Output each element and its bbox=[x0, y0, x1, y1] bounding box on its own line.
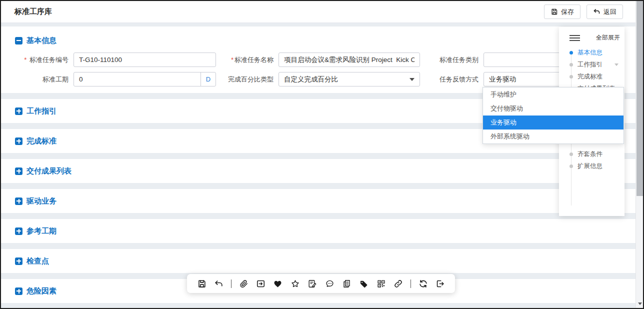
field-label: * 标准任务编号 bbox=[15, 56, 74, 64]
dropdown-option[interactable]: 手动维护 bbox=[483, 88, 624, 102]
section-label: 工作指引 bbox=[26, 106, 56, 116]
exit-icon[interactable] bbox=[436, 278, 446, 288]
expand-icon[interactable] bbox=[15, 108, 22, 115]
required-asterisk: * bbox=[24, 56, 26, 64]
scrollbar-thumb[interactable] bbox=[636, 1, 643, 196]
menu-icon[interactable] bbox=[570, 35, 580, 41]
expand-icon[interactable] bbox=[15, 288, 22, 295]
link-icon[interactable] bbox=[394, 278, 404, 288]
save-button[interactable]: 保存 bbox=[544, 4, 580, 19]
duration-unit-addon[interactable]: D bbox=[200, 72, 216, 86]
field-label: 标准任务类别 bbox=[420, 56, 484, 64]
expand-icon[interactable] bbox=[15, 138, 22, 145]
undo-icon[interactable] bbox=[214, 278, 224, 288]
star-icon[interactable] bbox=[290, 278, 300, 288]
field-label: 标准工期 bbox=[15, 75, 74, 84]
anchor-item[interactable]: 基本信息 bbox=[559, 46, 624, 58]
copy-document-icon[interactable] bbox=[342, 278, 352, 288]
expand-icon[interactable] bbox=[15, 198, 22, 205]
collapsed-section[interactable]: 交付成果列表 bbox=[1, 159, 643, 183]
toolbar-divider bbox=[231, 280, 232, 288]
expand-icon[interactable] bbox=[15, 168, 22, 175]
task-code-input[interactable] bbox=[74, 53, 216, 66]
chevron-down-icon[interactable] bbox=[614, 64, 618, 66]
anchor-item[interactable]: 扩展信息 bbox=[559, 160, 624, 172]
timeline-dot bbox=[570, 63, 573, 66]
save-button-label: 保存 bbox=[561, 8, 574, 16]
expand-icon[interactable] bbox=[15, 228, 22, 235]
note-edit-icon[interactable] bbox=[308, 278, 318, 288]
back-button[interactable]: 返回 bbox=[586, 4, 623, 19]
task-name-input[interactable] bbox=[279, 53, 420, 66]
page-title: 标准工序库 bbox=[14, 7, 544, 16]
section-label: 驱动业务 bbox=[26, 196, 56, 206]
duration-field: D bbox=[74, 72, 216, 86]
collapsed-section[interactable]: 检查点 bbox=[1, 249, 643, 273]
toolbar-divider bbox=[410, 280, 411, 288]
expand-icon[interactable] bbox=[15, 258, 22, 265]
anchor-nav-header: 全部展开 bbox=[559, 27, 624, 46]
back-button-label: 返回 bbox=[604, 8, 616, 16]
feedback-mode-dropdown: 手动维护交付物驱动业务驱动外部系统驱动 bbox=[482, 87, 624, 144]
percent-type-value: 自定义完成百分比 bbox=[284, 75, 410, 84]
dropdown-option[interactable]: 业务驱动 bbox=[483, 116, 624, 130]
percent-type-select[interactable]: 自定义完成百分比 bbox=[278, 72, 420, 86]
field-label: 完成百分比类型 bbox=[216, 75, 278, 84]
form-row: * 标准任务编号 *标准任务名称 标准任务类别 bbox=[15, 52, 643, 67]
task-code-field bbox=[74, 52, 216, 67]
duration-input[interactable] bbox=[74, 72, 200, 86]
section-basic-info-header[interactable]: 基本信息 bbox=[15, 35, 643, 46]
section-label: 参考工期 bbox=[26, 226, 56, 236]
header-buttons: 保存 返回 bbox=[544, 4, 623, 19]
save-icon[interactable] bbox=[196, 278, 206, 288]
form-row: 标准工期 D 完成百分比类型 自定义完成百分比 任务反馈方式 业务驱动 bbox=[15, 72, 643, 86]
collapse-icon[interactable] bbox=[15, 37, 22, 44]
basic-info-form: * 标准任务编号 *标准任务名称 标准任务类别 标准工期 D 完成百分比类型 自… bbox=[15, 52, 643, 86]
app-header: 标准工序库 保存 返回 bbox=[1, 1, 643, 23]
section-label: 危险因素 bbox=[26, 286, 56, 296]
dropdown-option[interactable]: 外部系统驱动 bbox=[483, 130, 624, 144]
standard-process-library-page: { "window": { "title": "标准工序库" }, "heade… bbox=[0, 0, 644, 309]
heart-icon[interactable] bbox=[273, 278, 283, 288]
field-label: 任务反馈方式 bbox=[420, 75, 484, 84]
field-label: *标准任务名称 bbox=[216, 56, 278, 64]
anchor-item[interactable]: 工作指引 bbox=[559, 58, 624, 70]
refresh-icon[interactable] bbox=[418, 278, 428, 288]
anchor-item[interactable]: 齐套条件 bbox=[559, 148, 624, 160]
timeline-dot bbox=[570, 75, 573, 78]
dropdown-option[interactable]: 交付物驱动 bbox=[483, 102, 624, 116]
timeline-dot bbox=[570, 152, 573, 156]
collapsed-section[interactable]: 驱动业务 bbox=[1, 189, 643, 213]
back-arrow-icon bbox=[593, 8, 600, 16]
timeline-dot bbox=[570, 164, 573, 168]
floating-toolbar bbox=[187, 274, 455, 293]
qrcode-icon[interactable] bbox=[376, 278, 386, 288]
expand-all-button[interactable]: 全部展开 bbox=[596, 34, 620, 42]
paperclip-icon[interactable] bbox=[238, 278, 248, 288]
section-basic-info: 基本信息 * 标准任务编号 *标准任务名称 标准任务类别 标准工期 D 完成百分… bbox=[1, 26, 643, 93]
save-icon bbox=[550, 8, 558, 16]
section-label: 完成标准 bbox=[26, 136, 56, 146]
section-label: 基本信息 bbox=[26, 36, 56, 46]
chevron-down-icon bbox=[410, 78, 414, 81]
file-export-icon[interactable] bbox=[256, 278, 266, 288]
section-label: 检查点 bbox=[26, 256, 49, 266]
timeline-dot bbox=[570, 51, 573, 54]
tag-icon[interactable] bbox=[359, 278, 369, 288]
anchor-item[interactable]: 完成标准 bbox=[559, 70, 624, 82]
scrollbar-down-arrow[interactable] bbox=[636, 300, 644, 306]
vertical-scrollbar[interactable] bbox=[636, 1, 643, 308]
section-label: 交付成果列表 bbox=[26, 166, 72, 176]
task-name-field bbox=[278, 52, 420, 67]
required-asterisk: * bbox=[231, 56, 234, 64]
collapsed-section[interactable]: 参考工期 bbox=[1, 219, 643, 243]
comment-icon[interactable] bbox=[324, 278, 334, 288]
